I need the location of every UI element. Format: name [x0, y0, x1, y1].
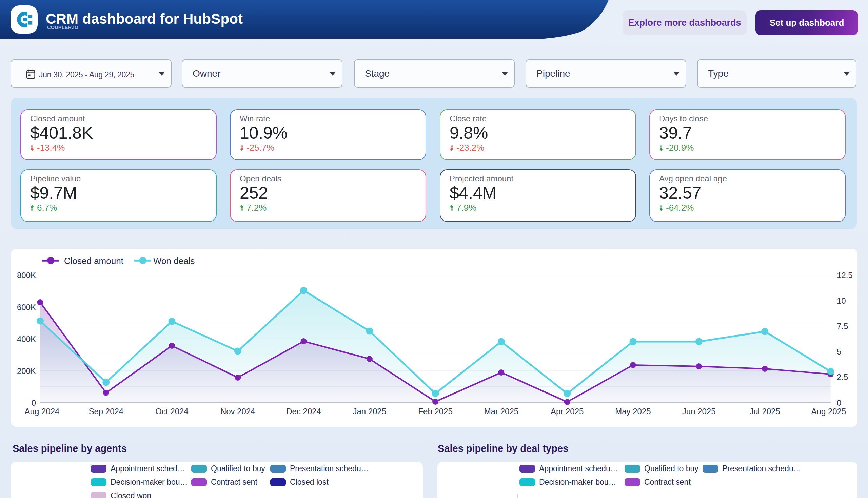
svg-text:Aug 2025: Aug 2025: [811, 407, 846, 416]
svg-text:Nov 2024: Nov 2024: [221, 407, 255, 416]
svg-text:10: 10: [837, 296, 846, 305]
svg-text:Mar 2025: Mar 2025: [484, 407, 518, 416]
svg-text:400K: 400K: [17, 335, 36, 344]
svg-text:5: 5: [837, 347, 841, 356]
svg-text:600K: 600K: [17, 303, 36, 312]
svg-text:Won deals: Won deals: [153, 256, 195, 266]
svg-text:Oct 2024: Oct 2024: [155, 407, 188, 416]
svg-text:200K: 200K: [17, 366, 36, 376]
svg-text:Aug 2024: Aug 2024: [25, 407, 60, 416]
svg-text:0: 0: [837, 398, 841, 407]
svg-text:Apr 2025: Apr 2025: [551, 407, 584, 416]
svg-text:Jun 2025: Jun 2025: [682, 407, 716, 416]
svg-text:Dec 2024: Dec 2024: [286, 407, 321, 416]
svg-text:800K: 800K: [17, 271, 36, 280]
svg-text:Jan 2025: Jan 2025: [353, 407, 387, 416]
svg-text:12.5: 12.5: [837, 271, 853, 280]
svg-text:2.5: 2.5: [837, 372, 848, 382]
svg-text:7.5: 7.5: [837, 322, 848, 331]
svg-text:Jul 2025: Jul 2025: [749, 407, 780, 416]
svg-text:May 2025: May 2025: [615, 407, 651, 416]
svg-text:Closed amount: Closed amount: [64, 256, 124, 266]
svg-text:Sep 2024: Sep 2024: [89, 407, 123, 416]
svg-text:Feb 2025: Feb 2025: [418, 407, 452, 416]
svg-text:0: 0: [31, 398, 36, 407]
